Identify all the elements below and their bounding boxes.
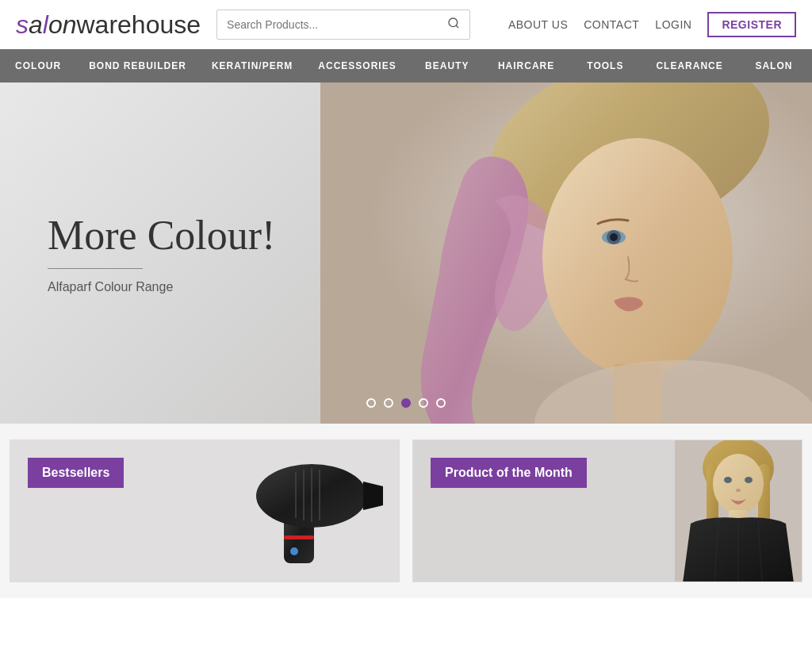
svg-point-22 (713, 454, 764, 514)
svg-rect-11 (284, 535, 314, 539)
slider-dot-1[interactable] (384, 398, 393, 408)
search-input[interactable] (217, 12, 438, 37)
nav-item-accessories[interactable]: ACCESSORIES (305, 49, 408, 83)
logo[interactable]: salon warehouse (16, 10, 201, 40)
slider-dot-3[interactable] (419, 398, 428, 408)
product-cards-section: Bestsellers (0, 424, 812, 598)
dryer-illustration (224, 448, 351, 559)
hero-banner: More Colour! Alfaparf Colour Range (0, 83, 812, 424)
bestsellers-badge: Bestsellers (28, 458, 124, 488)
svg-point-17 (290, 547, 298, 555)
bestsellers-card[interactable]: Bestsellers (10, 439, 400, 582)
nav-item-clearance[interactable]: CLEARANCE (643, 49, 735, 83)
nav-item-tools[interactable]: TOOLS (567, 49, 643, 83)
hero-subtitle: Alfaparf Colour Range (48, 280, 275, 294)
logo-warehouse-text: warehouse (77, 10, 201, 40)
header-nav: ABOUT US CONTACT LOGIN REGISTER (508, 12, 796, 37)
svg-point-25 (736, 489, 741, 492)
svg-point-4 (542, 138, 733, 376)
nav-item-salon[interactable]: SALON (736, 49, 812, 83)
main-navigation: COLOUR BOND REBUILDER KERATIN/PERM ACCES… (0, 49, 812, 83)
nav-item-keratin-perm[interactable]: KERATIN/PERM (199, 49, 305, 83)
nav-item-beauty[interactable]: BEAUTY (409, 49, 485, 83)
slider-dots (366, 398, 446, 408)
nav-item-bond-rebuilder[interactable]: BOND REBUILDER (76, 49, 199, 83)
hero-title: More Colour! (48, 212, 275, 259)
svg-line-1 (456, 25, 458, 28)
search-icon (447, 17, 460, 29)
nav-item-haircare[interactable]: HAIRCARE (485, 49, 567, 83)
nav-item-colour[interactable]: COLOUR (0, 49, 76, 83)
svg-point-0 (449, 18, 458, 27)
hero-background-image (320, 83, 812, 424)
register-button[interactable]: REGISTER (707, 12, 796, 37)
login-link[interactable]: LOGIN (655, 18, 691, 31)
about-us-link[interactable]: ABOUT US (508, 18, 568, 31)
header: salon warehouse ABOUT US CONTACT LOGIN R… (0, 0, 812, 49)
contact-link[interactable]: CONTACT (584, 18, 639, 31)
hero-illustration (320, 83, 812, 424)
hero-content: More Colour! Alfaparf Colour Range (48, 212, 275, 294)
woman-cape-svg (675, 440, 802, 582)
product-of-month-badge: Product of the Month (431, 458, 587, 488)
slider-dot-2[interactable] (401, 398, 411, 408)
product-month-illustration (675, 440, 802, 582)
product-of-month-card[interactable]: Product of the Month (412, 439, 802, 582)
hairdryer-svg (224, 448, 383, 575)
search-bar (216, 10, 470, 40)
logo-salon-text: salon (16, 10, 77, 40)
slider-dot-0[interactable] (366, 398, 376, 408)
search-button[interactable] (438, 10, 469, 39)
slider-dot-4[interactable] (436, 398, 446, 408)
hero-divider (48, 268, 143, 269)
svg-point-7 (610, 233, 618, 241)
svg-point-24 (745, 477, 753, 483)
svg-point-23 (724, 477, 732, 483)
